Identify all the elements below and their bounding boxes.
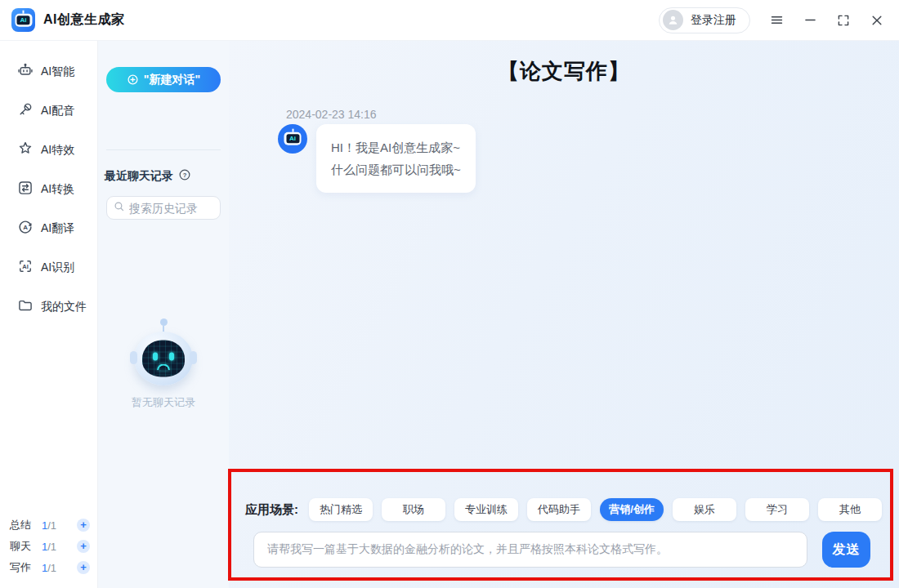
conversation-title: 【论文写作】 [229,57,899,86]
sidebar-item-ai-dubbing[interactable]: AI配音 [0,91,97,131]
sidebar-item-ai-translate[interactable]: A AI翻译 [0,209,97,248]
sidebar-item-label: AI特效 [41,143,74,158]
scene-option-study[interactable]: 学习 [745,498,809,521]
chat-history-panel: "新建对话" 最近聊天记录 ? 暂无聊天 [98,41,229,588]
scene-option-marketing-creation[interactable]: 营销/创作 [600,498,664,521]
logo-badge-text: Ai [17,16,30,24]
divider [106,149,221,150]
folder-icon [17,297,34,317]
help-icon[interactable]: ? [178,168,191,185]
recent-chats-header: 最近聊天记录 ? [105,168,191,185]
scene-option-professional-training[interactable]: 专业训练 [454,498,518,521]
sidebar-item-ai-effects[interactable]: AI特效 [0,131,97,170]
scene-selector: 应用场景: 热门精选 职场 专业训练 代码助手 营销/创作 娱乐 学习 其他 [245,498,891,521]
chat-main: 【论文写作】 2024-02-23 14:16 Ai HI！我是AI创意生成家~… [229,41,899,588]
close-icon[interactable] [870,13,884,28]
star-icon [17,140,34,160]
new-chat-label: "新建对话" [144,73,200,87]
user-avatar-icon [663,10,683,30]
recent-chats-title: 最近聊天记录 [105,169,173,184]
sidebar-item-my-files[interactable]: 我的文件 [0,287,97,327]
empty-state: 暂无聊天记录 [98,318,229,410]
minimize-icon[interactable] [803,13,817,28]
login-label: 登录注册 [691,13,736,28]
counter-label: 聊天 [10,539,31,554]
counter-label: 总结 [10,518,31,532]
swap-arrows-icon [17,180,34,199]
empty-history-text: 暂无聊天记录 [98,395,229,410]
robot-antenna [160,318,168,326]
counter-current: 1 [42,541,47,553]
sidebar-item-label: AI识别 [41,261,74,275]
counter-writing: 写作 1 /1 + [0,557,98,578]
login-button[interactable]: 登录注册 [659,7,750,33]
message-input[interactable] [253,532,807,568]
svg-text:?: ? [183,172,187,179]
sidebar: AI智能 AI配音 AI特效 AI转换 A AI翻译 [0,41,98,588]
topbar: Ai AI创意生成家 登录注册 [0,0,899,41]
translate-icon: A [17,219,34,238]
send-button[interactable]: 发送 [822,532,870,568]
counter-chat: 聊天 1 /1 + [0,536,98,557]
scene-option-hot-picks[interactable]: 热门精选 [309,498,373,521]
app-logo-icon: Ai [11,8,35,32]
message-bubble: HI！我是AI创意生成家~ 什么问题都可以问我哦~ [316,124,476,193]
app-window: Ai AI创意生成家 登录注册 AI智能 [0,0,899,588]
add-chat-button[interactable]: + [77,540,90,553]
sidebar-item-label: AI转换 [41,182,74,197]
sidebar-item-label: 我的文件 [41,300,87,314]
new-chat-button[interactable]: "新建对话" [106,67,221,92]
scene-option-workplace[interactable]: 职场 [382,498,445,521]
robot-icon [17,62,34,82]
sidebar-item-ai-convert[interactable]: AI转换 [0,170,97,209]
scene-option-code-assistant[interactable]: 代码助手 [527,498,591,521]
assistant-avatar: Ai [278,124,307,154]
message-line: HI！我是AI创意生成家~ [331,136,461,158]
message-timestamp: 2024-02-23 14:16 [286,108,377,121]
counter-summary: 总结 1 /1 + [0,514,98,536]
sidebar-item-label: AI智能 [41,65,74,79]
counter-current: 1 [42,519,47,532]
counter-total: /1 [47,562,56,574]
maximize-icon[interactable] [836,13,851,28]
counter-total: /1 [47,541,56,553]
menu-icon[interactable] [769,13,784,28]
scene-selector-label: 应用场景: [245,502,298,518]
search-icon [114,201,125,216]
history-search [106,196,221,220]
scene-option-other[interactable]: 其他 [818,498,882,521]
counter-label: 写作 [10,560,31,575]
assistant-message: Ai HI！我是AI创意生成家~ 什么问题都可以问我哦~ [278,124,476,193]
sidebar-item-label: AI配音 [41,104,74,118]
history-search-input[interactable] [129,202,211,215]
sidebar-item-ai-recognition[interactable]: AI AI识别 [0,248,97,287]
sad-robot-mascot [134,332,193,385]
category-counters: 总结 1 /1 + 聊天 1 /1 + 写作 1 /1 + [0,514,98,578]
counter-total: /1 [47,519,56,532]
scene-option-entertainment[interactable]: 娱乐 [673,498,736,521]
sidebar-item-ai-smart[interactable]: AI智能 [0,52,97,91]
message-line: 什么问题都可以问我哦~ [331,158,461,180]
add-summary-button[interactable]: + [77,519,90,532]
svg-text:AI: AI [22,263,29,270]
avatar-badge-text: Ai [286,134,299,143]
microphone-icon [17,101,34,121]
counter-current: 1 [42,562,47,574]
app-title: AI创意生成家 [43,11,125,29]
svg-text:A: A [23,224,28,231]
ai-brackets-icon: AI [17,258,34,278]
sidebar-item-label: AI翻译 [41,221,74,236]
add-writing-button[interactable]: + [77,561,90,574]
